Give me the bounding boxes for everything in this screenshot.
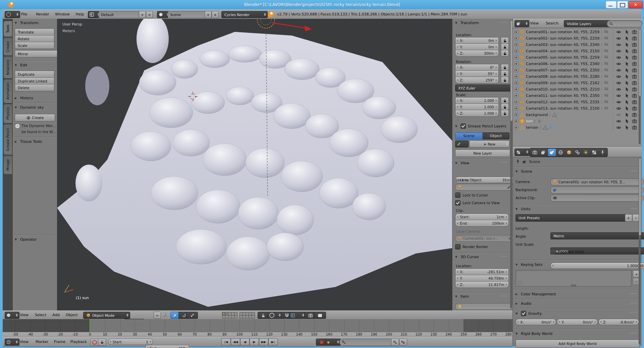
object-name[interactable]: terrain — [526, 125, 538, 130]
add-scene-button[interactable]: + — [205, 11, 212, 18]
panel-header-operator[interactable]: ▼Operator — [15, 237, 55, 242]
add-rigid-body-world-button[interactable]: Add Rigid Body World — [516, 340, 640, 348]
transport-button[interactable]: ◀◀ — [231, 338, 240, 345]
tab-render-layers[interactable] — [539, 149, 547, 156]
tab-scene[interactable] — [548, 149, 556, 156]
panel-header-keying-sets[interactable]: ▼Keying Sets···· — [516, 263, 639, 267]
menu-window[interactable]: Window — [53, 10, 72, 19]
object-name[interactable]: background — [526, 113, 548, 117]
number-field[interactable]: Y:0m — [455, 44, 499, 50]
tab-tools[interactable]: Tools — [3, 21, 12, 37]
dynamic-sky-create-button[interactable]: Create — [15, 114, 55, 121]
renderability-camera-icon[interactable] — [632, 61, 637, 66]
outliner-row[interactable]: Camera012- sun rotation X0, Y55, Z335 — [513, 99, 642, 105]
panel-header-color-management[interactable]: ▶Color Management···· — [516, 292, 639, 296]
expand-icon[interactable] — [514, 36, 519, 41]
editor-type-button-outliner[interactable] — [515, 20, 529, 27]
outliner-row[interactable]: Camera001- sun rotation X0, Y55, Z259 — [513, 29, 642, 35]
expand-icon[interactable] — [514, 43, 519, 47]
panel-header-3d-cursor[interactable]: ▼3D Cursor···· — [455, 255, 509, 259]
panel-header-scene[interactable]: ▼Scene···· — [516, 169, 639, 174]
properties-scrollbar[interactable] — [639, 158, 641, 344]
lock-camera-row[interactable]: Lock Camera to View — [455, 200, 500, 206]
menu-frame[interactable]: Frame — [52, 338, 67, 346]
expand-icon[interactable] — [514, 119, 519, 123]
outliner-row[interactable]: Camera013- sun rotation X0, Y55, Z100 — [513, 105, 642, 112]
expand-icon[interactable] — [514, 113, 519, 117]
layer-grid-left[interactable] — [222, 312, 237, 318]
renderability-camera-icon[interactable] — [632, 30, 637, 35]
active-clip-field[interactable] — [550, 194, 644, 201]
visibility-eye-icon[interactable] — [613, 36, 622, 41]
lock-button[interactable] — [501, 70, 509, 77]
rotation-mode-dropdown[interactable]: XYZ Euler — [455, 84, 513, 92]
panel-header-item[interactable]: ▼Item···· — [455, 294, 509, 299]
panel-header-view[interactable]: ▼View···· — [455, 161, 509, 165]
visibility-eye-icon[interactable] — [613, 49, 622, 54]
menu-file[interactable]: File — [17, 10, 31, 19]
transport-button[interactable]: ▶▶ — [259, 338, 268, 345]
tab-relations[interactable]: Relations — [3, 56, 12, 78]
local-camera-field[interactable]: Camera001- sun r... × — [455, 235, 513, 242]
keying-sets-list[interactable] — [516, 270, 632, 287]
delete-scene-button[interactable]: × — [212, 11, 219, 18]
object-name[interactable]: Camera006- sun rotation X0, Y55, Z340 — [526, 62, 599, 66]
scene-selector-field[interactable]: Scene — [168, 11, 209, 18]
number-field[interactable]: X:0° — [455, 64, 499, 71]
panel-header-units[interactable]: ▼Units···· — [516, 207, 639, 211]
expand-icon[interactable] — [514, 94, 519, 98]
active-keying-set-field[interactable] — [339, 339, 394, 346]
object-name[interactable]: Camera001- sun rotation X0, Y55, Z259 — [526, 30, 599, 34]
selectability-cursor-icon[interactable] — [625, 80, 630, 85]
renderability-camera-icon[interactable] — [632, 55, 637, 60]
outliner-row[interactable]: Camera003- sun rotation X0, Y55, Z340 — [513, 42, 642, 48]
render-border-checkbox[interactable] — [455, 244, 461, 249]
lock-to-scene-button[interactable] — [258, 312, 269, 319]
object-name[interactable]: Camera011- sun rotation X0, Y55, Z350 — [526, 94, 599, 98]
transport-button[interactable]: ▶ — [250, 338, 259, 345]
lock-button[interactable] — [501, 37, 509, 44]
tab-physics[interactable] — [599, 149, 606, 156]
tab-world[interactable] — [557, 149, 565, 156]
outliner-filter-dropdown[interactable]: Visible Layers — [564, 20, 613, 27]
layer-grid-right[interactable] — [239, 312, 255, 318]
toolshelf-button[interactable]: Scale — [15, 42, 54, 49]
lock-to-cursor-checkbox[interactable] — [455, 192, 461, 198]
menu-marker[interactable]: Marker — [34, 338, 50, 346]
viewport-3d[interactable]: User Persp Meters (1) sun — [57, 19, 452, 310]
panel-header-dynamic-sky[interactable]: ▼Dynamic sky — [15, 105, 55, 110]
object-name[interactable]: Camera002- sun rotation X0, Y55, Z259 — [526, 36, 599, 41]
visibility-eye-icon[interactable] — [613, 80, 622, 85]
visibility-eye-icon[interactable] — [613, 74, 622, 79]
expand-icon[interactable] — [514, 49, 519, 53]
object-name[interactable]: Camera003- sun rotation X0, Y55, Z340 — [526, 43, 599, 47]
selectability-cursor-icon[interactable] — [625, 87, 630, 92]
number-field[interactable]: Y:1.000 — [455, 104, 499, 110]
expand-icon[interactable] — [514, 106, 519, 111]
visibility-eye-icon[interactable] — [613, 55, 622, 60]
visibility-eye-icon[interactable] — [613, 125, 622, 130]
number-field[interactable]: X:-281.51m — [455, 269, 509, 275]
renderability-camera-icon[interactable] — [632, 42, 637, 47]
visibility-eye-icon[interactable] — [613, 119, 622, 124]
gp-new-layer-button[interactable]: New Layer — [455, 150, 510, 157]
gp-scene-toggle[interactable]: Scene — [455, 132, 483, 139]
selectability-cursor-icon[interactable] — [625, 30, 630, 35]
selectability-cursor-icon[interactable] — [625, 36, 630, 41]
visibility-eye-icon[interactable] — [613, 42, 622, 47]
menu-search[interactable]: Search — [544, 19, 560, 28]
maximize-button[interactable] — [617, 1, 628, 8]
screen-layout-field[interactable]: Default — [99, 11, 143, 18]
selectability-cursor-icon[interactable] — [625, 61, 630, 66]
insert-keyframe-button[interactable] — [391, 339, 399, 346]
number-field[interactable]: Z:1.000 — [455, 110, 499, 117]
mode-dropdown[interactable]: Object Mode — [83, 312, 130, 319]
delete-layout-button[interactable]: × — [146, 11, 153, 18]
expand-icon[interactable] — [514, 81, 519, 85]
toolshelf-button[interactable]: Translate — [15, 28, 54, 36]
manipulator-axes-icon[interactable] — [163, 312, 168, 318]
background-set-field[interactable] — [550, 186, 644, 193]
pin-icon[interactable] — [516, 159, 520, 164]
selectability-cursor-icon[interactable] — [625, 125, 630, 130]
visibility-eye-icon[interactable] — [613, 106, 622, 111]
